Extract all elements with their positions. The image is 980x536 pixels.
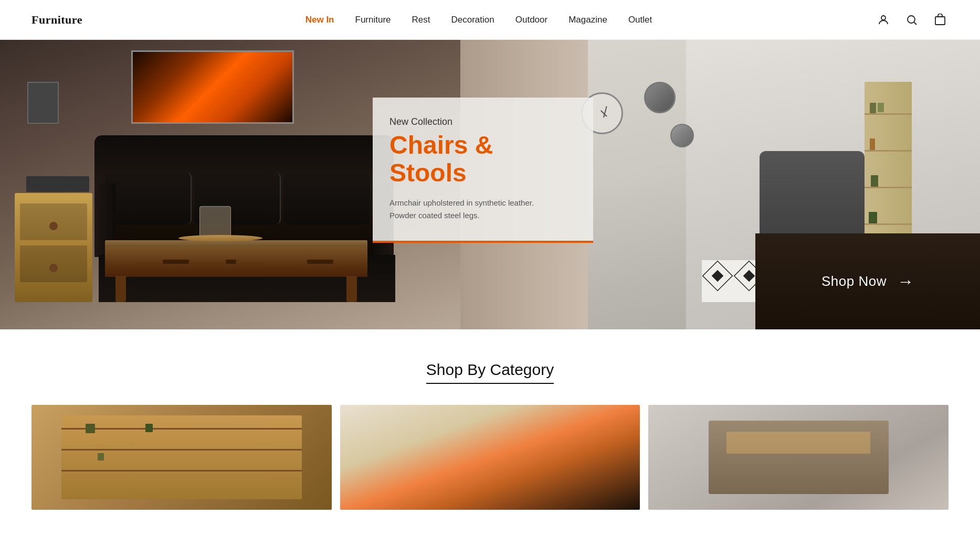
account-icon[interactable] bbox=[875, 12, 892, 28]
main-nav: New In Furniture Rest Decoration Outdoor… bbox=[305, 15, 652, 25]
nav-item-furniture[interactable]: Furniture bbox=[355, 15, 391, 25]
svg-point-0 bbox=[881, 16, 886, 20]
hero-title: Chairs & Stools bbox=[389, 132, 576, 187]
svg-line-2 bbox=[914, 22, 916, 25]
hero-banner: New Collection Chairs & Stools Armchair … bbox=[0, 40, 980, 329]
header-icons bbox=[875, 12, 949, 28]
svg-rect-3 bbox=[935, 17, 945, 25]
shop-now-button[interactable]: Shop Now → bbox=[755, 233, 980, 329]
hero-overlay-card: New Collection Chairs & Stools Armchair … bbox=[373, 98, 593, 243]
category-grid bbox=[31, 405, 949, 510]
search-icon[interactable] bbox=[903, 12, 920, 28]
nav-item-magazine[interactable]: Magazine bbox=[568, 15, 607, 25]
nav-item-outdoor[interactable]: Outdoor bbox=[515, 15, 547, 25]
category-card-2[interactable] bbox=[340, 405, 640, 510]
nav-item-new-in[interactable]: New In bbox=[305, 15, 334, 25]
nav-item-rest[interactable]: Rest bbox=[412, 15, 430, 25]
shop-now-label: Shop Now bbox=[821, 273, 887, 290]
category-card-3[interactable] bbox=[648, 405, 949, 510]
logo[interactable]: Furniture bbox=[31, 13, 82, 27]
nav-item-decoration[interactable]: Decoration bbox=[451, 15, 494, 25]
category-section: Shop By Category bbox=[0, 329, 980, 531]
svg-point-1 bbox=[908, 16, 915, 23]
category-section-title: Shop By Category bbox=[426, 361, 554, 384]
cart-icon[interactable] bbox=[932, 12, 949, 28]
nav-item-outlet[interactable]: Outlet bbox=[628, 15, 652, 25]
header: Furniture New In Furniture Rest Decorati… bbox=[0, 0, 980, 40]
shop-now-arrow-icon: → bbox=[897, 272, 914, 291]
hero-description: Armchair upholstered in synthetic leathe… bbox=[389, 197, 576, 222]
category-card-1[interactable] bbox=[31, 405, 332, 510]
hero-subtitle: New Collection bbox=[389, 116, 576, 127]
